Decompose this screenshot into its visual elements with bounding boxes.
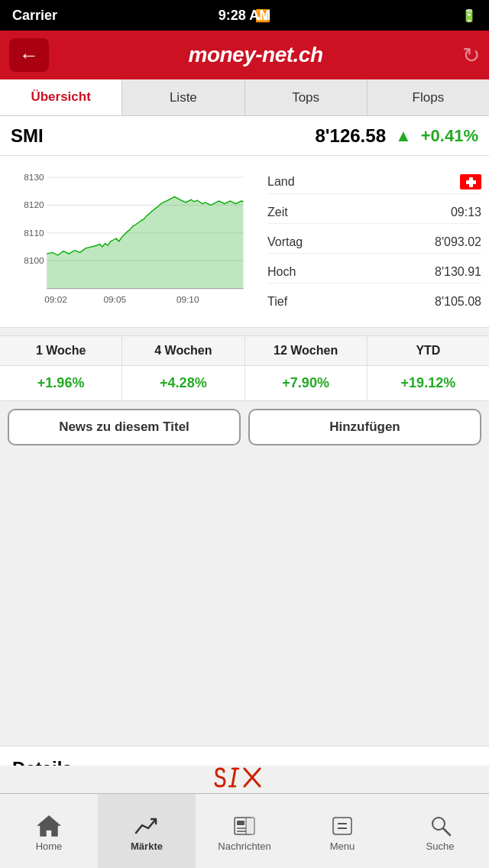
app-title: money-net.ch — [188, 43, 322, 67]
perf-header-4w: 4 Wochen — [122, 336, 244, 365]
perf-values: +1.96% +4.28% +7.90% +19.12% — [0, 366, 489, 400]
svg-text:09:02: 09:02 — [44, 294, 67, 305]
home-icon — [37, 815, 61, 837]
land-label: Land — [267, 175, 295, 189]
stock-value: 8'126.58 — [316, 125, 386, 147]
tab-liste[interactable]: Liste — [122, 79, 244, 115]
nav-menu-label: Menu — [330, 840, 355, 852]
svg-line-13 — [232, 769, 235, 786]
svg-text:09:10: 09:10 — [176, 294, 199, 305]
info-row-zeit: Zeit 09:13 — [267, 202, 481, 224]
hoch-label: Hoch — [267, 265, 296, 279]
refresh-button[interactable]: ↻ — [462, 43, 480, 68]
performance-table: 1 Woche 4 Wochen 12 Wochen YTD +1.96% +4… — [0, 335, 489, 401]
tab-ubersicht[interactable]: Übersicht — [0, 79, 122, 115]
perf-value-4w: +4.28% — [122, 366, 244, 400]
action-buttons: News zu diesem Titel Hinzufügen — [0, 409, 489, 445]
svg-line-28 — [443, 828, 450, 835]
chart-svg: 8130 8120 8110 8100 09:02 09:05 09:10 — [6, 164, 258, 316]
status-time: 9:28 AM — [219, 8, 270, 24]
info-row-land: Land — [267, 170, 481, 194]
nav-menu[interactable]: Menu — [293, 794, 391, 868]
stock-arrow-icon: ▲ — [395, 126, 412, 146]
tab-flops[interactable]: Flops — [368, 79, 489, 115]
svg-text:8120: 8120 — [24, 199, 44, 210]
stock-name: SMI — [11, 125, 306, 147]
nav-home[interactable]: Home — [0, 794, 98, 868]
svg-marker-18 — [38, 816, 60, 836]
nav-news-label: Nachrichten — [218, 840, 270, 852]
nav-search[interactable]: Suche — [391, 794, 489, 868]
tief-value: 8'105.08 — [435, 295, 481, 309]
news-button[interactable]: News zu diesem Titel — [8, 409, 241, 445]
vortag-value: 8'093.02 — [435, 235, 481, 249]
tab-tops[interactable]: Tops — [245, 79, 368, 115]
bottom-nav: Home Märkte Nachrichten Menu — [0, 793, 489, 868]
stock-change: +0.41% — [421, 126, 478, 146]
hoch-value: 8'130.91 — [435, 265, 481, 279]
status-bar: Carrier 📶 9:28 AM 🔋 — [0, 0, 489, 31]
zeit-value: 09:13 — [451, 206, 481, 219]
six-logo-svg — [214, 766, 275, 788]
chart-info-section: 8130 8120 8110 8100 09:02 09:05 09:10 La… — [0, 156, 489, 328]
perf-value-1w: +1.96% — [0, 366, 122, 400]
nav-markets-label: Märkte — [131, 840, 163, 852]
nav-search-label: Suche — [426, 840, 455, 852]
markets-icon — [134, 815, 159, 837]
info-row-hoch: Hoch 8'130.91 — [267, 261, 481, 283]
news-icon — [232, 815, 257, 837]
battery-icon: 🔋 — [461, 8, 477, 23]
stock-info-panel: Land Zeit 09:13 Vortag 8'093.02 Hoch 8'1… — [267, 164, 481, 319]
vortag-label: Vortag — [267, 235, 303, 249]
perf-header-ytd: YTD — [368, 336, 489, 365]
back-button[interactable]: ← — [9, 38, 49, 72]
svg-text:8100: 8100 — [24, 255, 44, 266]
add-button[interactable]: Hinzufügen — [248, 409, 481, 445]
nav-home-label: Home — [36, 840, 63, 852]
info-row-tief: Tief 8'105.08 — [267, 291, 481, 313]
perf-header-12w: 12 Wochen — [245, 336, 368, 365]
svg-text:8110: 8110 — [24, 228, 44, 238]
perf-header-1w: 1 Woche — [0, 336, 122, 365]
tief-label: Tief — [267, 295, 287, 309]
svg-text:09:05: 09:05 — [104, 294, 127, 305]
svg-rect-24 — [333, 818, 351, 834]
svg-text:8130: 8130 — [24, 172, 44, 183]
tab-bar: Übersicht Liste Tops Flops — [0, 79, 489, 116]
zeit-label: Zeit — [267, 206, 288, 219]
perf-value-ytd: +19.12% — [368, 366, 489, 400]
app-header: ← money-net.ch ↻ — [0, 31, 489, 79]
country-flag-icon — [460, 174, 481, 189]
perf-value-12w: +7.90% — [245, 366, 368, 400]
nav-markets[interactable]: Märkte — [98, 794, 196, 868]
svg-rect-20 — [237, 821, 244, 825]
six-logo-bar — [0, 766, 489, 793]
smi-header-row: SMI 8'126.58 ▲ +0.41% — [0, 116, 489, 156]
nav-news[interactable]: Nachrichten — [196, 794, 293, 868]
perf-headers: 1 Woche 4 Wochen 12 Wochen YTD — [0, 336, 489, 366]
search-icon — [428, 815, 452, 837]
six-logo — [214, 766, 275, 793]
back-arrow-icon: ← — [19, 44, 39, 67]
svg-rect-23 — [246, 818, 254, 834]
stock-chart: 8130 8120 8110 8100 09:02 09:05 09:10 — [6, 164, 258, 319]
menu-icon — [330, 815, 355, 837]
carrier-label: Carrier — [12, 8, 57, 24]
info-row-vortag: Vortag 8'093.02 — [267, 232, 481, 254]
